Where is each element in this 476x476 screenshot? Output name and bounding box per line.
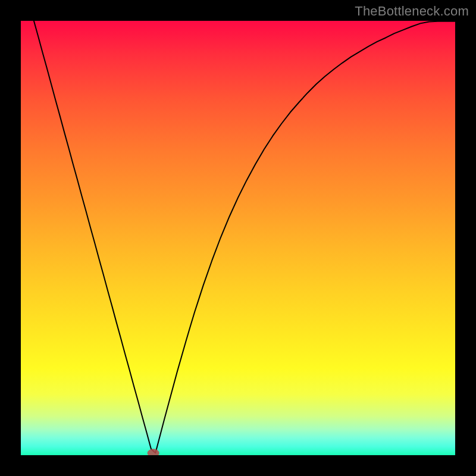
- chart-frame: TheBottleneck.com: [0, 0, 476, 476]
- plot-area: [21, 21, 455, 455]
- curve-svg: [21, 21, 455, 455]
- watermark-text: TheBottleneck.com: [355, 4, 469, 19]
- minimum-marker: [148, 449, 159, 455]
- bottleneck-curve: [34, 21, 455, 453]
